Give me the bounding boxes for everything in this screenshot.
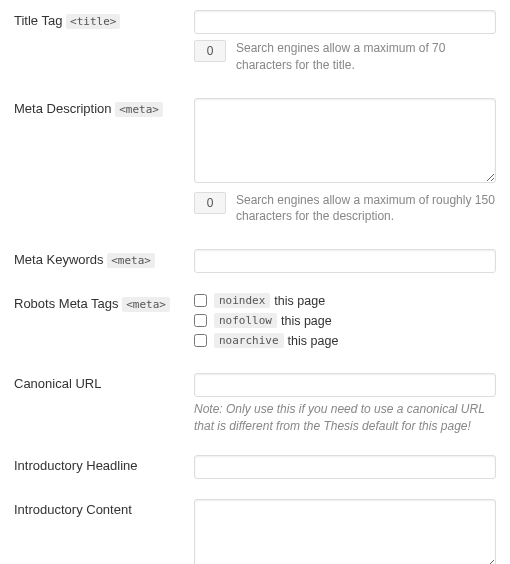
meta-description-textarea[interactable] [194,98,496,183]
meta-description-char-count: 0 [194,192,226,214]
meta-description-label-text: Meta Description [14,101,112,116]
meta-keywords-label-text: Meta Keywords [14,252,104,267]
title-hint: Search engines allow a maximum of 70 cha… [236,40,496,74]
robots-nofollow-suffix: this page [281,314,332,328]
intro-headline-label: Introductory Headline [14,455,194,475]
robots-noarchive-checkbox[interactable] [194,334,207,347]
meta-keywords-label: Meta Keywords <meta> [14,249,194,269]
robots-noindex-code: noindex [214,293,270,308]
canonical-url-label: Canonical URL [14,373,194,393]
intro-headline-input[interactable] [194,455,496,479]
intro-content-label: Introductory Content [14,499,194,519]
title-char-count: 0 [194,40,226,62]
meta-keywords-code: <meta> [107,253,155,268]
canonical-url-note: Note: Only use this if you need to use a… [194,401,496,435]
robots-noindex-row[interactable]: noindex this page [194,293,496,308]
robots-meta-label: Robots Meta Tags <meta> [14,293,194,313]
canonical-url-label-text: Canonical URL [14,376,101,391]
meta-description-hint: Search engines allow a maximum of roughl… [236,192,496,226]
robots-nofollow-code: nofollow [214,313,277,328]
meta-description-label: Meta Description <meta> [14,98,194,118]
intro-content-textarea[interactable] [194,499,496,564]
robots-noarchive-row[interactable]: noarchive this page [194,333,496,348]
title-tag-code: <title> [66,14,120,29]
title-tag-label-text: Title Tag [14,13,62,28]
robots-noarchive-suffix: this page [288,334,339,348]
intro-headline-label-text: Introductory Headline [14,458,138,473]
robots-noarchive-code: noarchive [214,333,284,348]
robots-meta-code: <meta> [122,297,170,312]
meta-description-code: <meta> [115,102,163,117]
canonical-url-input[interactable] [194,373,496,397]
robots-nofollow-checkbox[interactable] [194,314,207,327]
robots-meta-label-text: Robots Meta Tags [14,296,119,311]
robots-nofollow-row[interactable]: nofollow this page [194,313,496,328]
title-tag-label: Title Tag <title> [14,10,194,30]
robots-noindex-checkbox[interactable] [194,294,207,307]
intro-content-label-text: Introductory Content [14,502,132,517]
meta-keywords-input[interactable] [194,249,496,273]
robots-noindex-suffix: this page [274,294,325,308]
title-tag-input[interactable] [194,10,496,34]
